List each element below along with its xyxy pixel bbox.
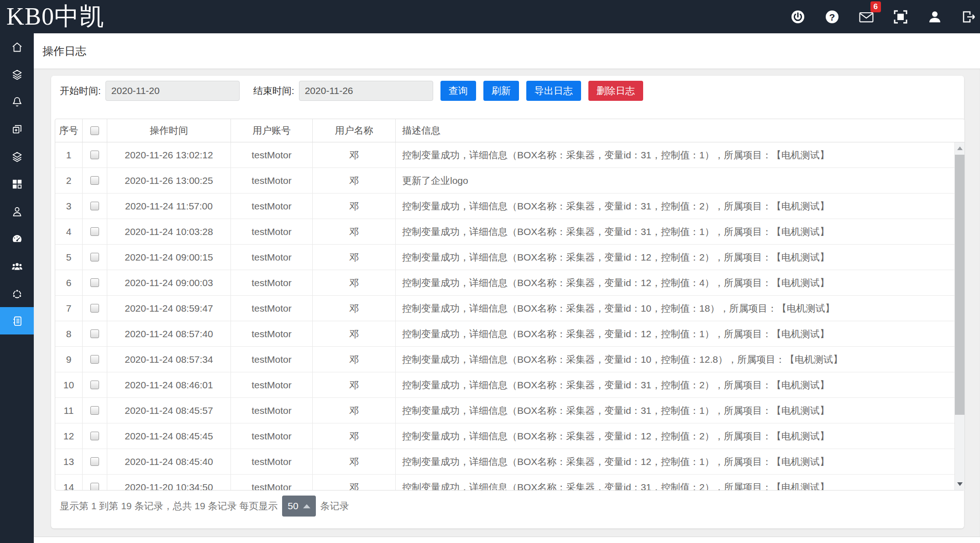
cell-index: 9 [55,347,83,372]
row-checkbox[interactable] [90,432,99,440]
sidebar-item-home[interactable] [0,33,34,61]
fullscreen-icon[interactable] [892,9,909,25]
row-checkbox[interactable] [90,227,99,236]
cell-select [83,372,107,397]
user-icon[interactable] [927,9,943,25]
cell-description: 控制变量成功，详细信息（BOX名称：采集器，变量id：31，控制值：1），所属项… [396,398,955,423]
table-row[interactable]: 6 2020-11-24 09:00:03 testMotor 邓 控制变量成功… [55,270,955,296]
row-checkbox[interactable] [90,151,99,159]
sidebar [0,33,34,543]
start-time-input[interactable] [105,81,240,101]
table-row[interactable]: 7 2020-11-24 08:59:47 testMotor 邓 控制变量成功… [55,296,955,321]
cell-index: 11 [55,398,83,423]
cell-account: testMotor [231,347,313,372]
scroll-down-button[interactable] [955,478,964,490]
table-row[interactable]: 13 2020-11-24 08:45:40 testMotor 邓 控制变量成… [55,449,955,475]
table-row[interactable]: 14 2020-11-20 10:34:50 testMotor 邓 控制变量成… [55,475,955,490]
sidebar-item-dashboard[interactable] [0,225,34,252]
sidebar-item-add-box[interactable] [0,115,34,143]
page-size-select[interactable]: 50 [282,496,315,517]
cell-account: testMotor [231,193,313,219]
row-checkbox[interactable] [90,355,99,364]
table-row[interactable]: 4 2020-11-24 10:03:28 testMotor 邓 控制变量成功… [55,219,955,245]
filter-bar: 开始时间: 结束时间: 查询 刷新 导出日志 删除日志 [60,81,643,101]
cell-index: 6 [55,270,83,295]
export-log-button[interactable]: 导出日志 [526,81,581,101]
table-row[interactable]: 12 2020-11-24 08:45:45 testMotor 邓 控制变量成… [55,423,955,449]
sidebar-item-users[interactable] [0,198,34,225]
sidebar-item-operation-log[interactable] [0,307,34,334]
cell-time: 2020-11-24 08:57:40 [107,321,231,346]
table-row[interactable]: 10 2020-11-24 08:46:01 testMotor 邓 控制变量成… [55,372,955,398]
header-actions: ? 6 [790,0,980,33]
row-checkbox[interactable] [90,278,99,287]
mail-icon[interactable]: 6 [858,9,875,25]
cell-username: 邓 [313,347,396,372]
sidebar-item-apps[interactable] [0,170,34,198]
table-row[interactable]: 3 2020-11-24 11:57:00 testMotor 邓 控制变量成功… [55,193,955,219]
layers-icon [11,68,23,81]
person-icon [11,205,23,218]
cell-index: 14 [55,475,83,490]
cell-time: 2020-11-24 08:59:47 [107,296,231,321]
cell-account: testMotor [231,398,313,423]
table-row[interactable]: 8 2020-11-24 08:57:40 testMotor 邓 控制变量成功… [55,321,955,347]
cell-account: testMotor [231,321,313,346]
cell-time: 2020-11-24 08:45:40 [107,449,231,474]
app-logo: KB0中凯 [6,1,105,32]
help-icon[interactable]: ? [824,9,840,25]
cell-select [83,321,107,346]
row-checkbox[interactable] [90,406,99,415]
cell-username: 邓 [313,475,396,490]
cell-description: 控制变量成功，详细信息（BOX名称：采集器，变量id：31，控制值：2），所属项… [396,372,955,397]
col-select [83,119,107,142]
cell-description: 控制变量成功，详细信息（BOX名称：采集器，变量id：12，控制值：1），所属项… [396,321,955,346]
cell-select [83,193,107,219]
select-all-checkbox[interactable] [90,126,99,135]
table-scrollbar[interactable] [954,142,964,490]
svg-text:?: ? [829,11,835,22]
refresh-button[interactable]: 刷新 [483,81,519,101]
row-checkbox[interactable] [90,329,99,338]
table-row[interactable]: 2 2020-11-26 13:00:25 testMotor 邓 更新了企业l… [55,168,955,193]
cell-account: testMotor [231,296,313,321]
cell-select [83,296,107,321]
sidebar-item-stack[interactable] [0,143,34,170]
row-checkbox[interactable] [90,253,99,261]
cell-username: 邓 [313,296,396,321]
table-rows: 1 2020-11-26 13:02:12 testMotor 邓 控制变量成功… [55,142,955,490]
row-checkbox[interactable] [90,202,99,210]
table-row[interactable]: 1 2020-11-26 13:02:12 testMotor 邓 控制变量成功… [55,142,955,168]
cell-account: testMotor [231,142,313,167]
row-checkbox[interactable] [90,483,99,490]
scroll-up-button[interactable] [955,142,964,154]
scrollbar-thumb[interactable] [955,155,964,415]
row-checkbox[interactable] [90,457,99,466]
cell-account: testMotor [231,423,313,449]
power-icon[interactable] [790,9,806,25]
cell-username: 邓 [313,449,396,474]
sidebar-item-alerts[interactable] [0,88,34,115]
table-row[interactable]: 9 2020-11-24 08:57:34 testMotor 邓 控制变量成功… [55,347,955,372]
delete-log-button[interactable]: 删除日志 [588,81,643,101]
sidebar-item-group[interactable] [0,252,34,280]
cell-account: testMotor [231,475,313,490]
col-description: 描述信息 [396,119,964,142]
start-time-label: 开始时间: [60,84,101,97]
row-checkbox[interactable] [90,176,99,185]
end-time-input[interactable] [299,81,433,101]
table-row[interactable]: 5 2020-11-24 09:00:15 testMotor 邓 控制变量成功… [55,245,955,270]
cell-select [83,423,107,449]
cell-index: 2 [55,168,83,193]
row-checkbox[interactable] [90,381,99,389]
cell-index: 13 [55,449,83,474]
cell-username: 邓 [313,219,396,244]
logout-icon[interactable] [961,9,977,25]
sidebar-item-layers[interactable] [0,61,34,88]
table-row[interactable]: 11 2020-11-24 08:45:57 testMotor 邓 控制变量成… [55,398,955,423]
cell-index: 8 [55,321,83,346]
row-checkbox[interactable] [90,304,99,313]
sidebar-item-share[interactable] [0,280,34,307]
cell-description: 控制变量成功，详细信息（BOX名称：采集器，变量id：12，控制值：4），所属项… [396,270,955,295]
query-button[interactable]: 查询 [440,81,476,101]
